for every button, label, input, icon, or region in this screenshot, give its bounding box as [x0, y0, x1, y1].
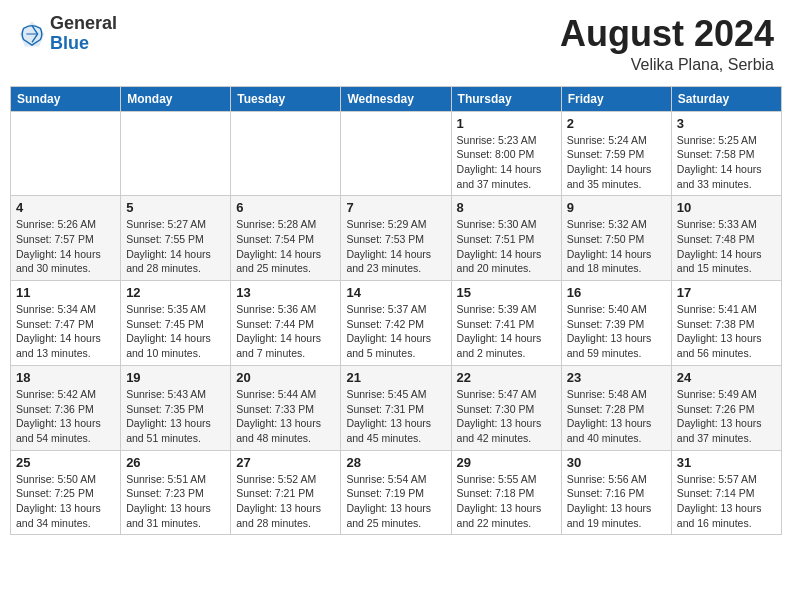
logo: General Blue — [18, 14, 117, 54]
calendar-table: SundayMondayTuesdayWednesdayThursdayFrid… — [10, 86, 782, 536]
day-info: Sunrise: 5:32 AM Sunset: 7:50 PM Dayligh… — [567, 217, 666, 276]
col-header-monday: Monday — [121, 86, 231, 111]
day-number: 3 — [677, 116, 776, 131]
calendar-cell: 4Sunrise: 5:26 AM Sunset: 7:57 PM Daylig… — [11, 196, 121, 281]
day-info: Sunrise: 5:27 AM Sunset: 7:55 PM Dayligh… — [126, 217, 225, 276]
calendar-cell — [231, 111, 341, 196]
col-header-friday: Friday — [561, 86, 671, 111]
day-number: 23 — [567, 370, 666, 385]
day-number: 7 — [346, 200, 445, 215]
logo-blue: Blue — [50, 33, 89, 53]
day-info: Sunrise: 5:50 AM Sunset: 7:25 PM Dayligh… — [16, 472, 115, 531]
day-info: Sunrise: 5:52 AM Sunset: 7:21 PM Dayligh… — [236, 472, 335, 531]
day-info: Sunrise: 5:54 AM Sunset: 7:19 PM Dayligh… — [346, 472, 445, 531]
day-number: 13 — [236, 285, 335, 300]
day-info: Sunrise: 5:41 AM Sunset: 7:38 PM Dayligh… — [677, 302, 776, 361]
calendar-cell: 24Sunrise: 5:49 AM Sunset: 7:26 PM Dayli… — [671, 365, 781, 450]
day-info: Sunrise: 5:29 AM Sunset: 7:53 PM Dayligh… — [346, 217, 445, 276]
calendar-cell: 27Sunrise: 5:52 AM Sunset: 7:21 PM Dayli… — [231, 450, 341, 535]
day-info: Sunrise: 5:51 AM Sunset: 7:23 PM Dayligh… — [126, 472, 225, 531]
day-number: 15 — [457, 285, 556, 300]
day-number: 10 — [677, 200, 776, 215]
calendar-cell: 14Sunrise: 5:37 AM Sunset: 7:42 PM Dayli… — [341, 281, 451, 366]
calendar-cell: 25Sunrise: 5:50 AM Sunset: 7:25 PM Dayli… — [11, 450, 121, 535]
day-number: 19 — [126, 370, 225, 385]
calendar-cell: 18Sunrise: 5:42 AM Sunset: 7:36 PM Dayli… — [11, 365, 121, 450]
day-info: Sunrise: 5:45 AM Sunset: 7:31 PM Dayligh… — [346, 387, 445, 446]
calendar-cell: 2Sunrise: 5:24 AM Sunset: 7:59 PM Daylig… — [561, 111, 671, 196]
day-info: Sunrise: 5:39 AM Sunset: 7:41 PM Dayligh… — [457, 302, 556, 361]
calendar-cell: 9Sunrise: 5:32 AM Sunset: 7:50 PM Daylig… — [561, 196, 671, 281]
calendar-cell: 1Sunrise: 5:23 AM Sunset: 8:00 PM Daylig… — [451, 111, 561, 196]
calendar-week-row: 25Sunrise: 5:50 AM Sunset: 7:25 PM Dayli… — [11, 450, 782, 535]
calendar-cell: 28Sunrise: 5:54 AM Sunset: 7:19 PM Dayli… — [341, 450, 451, 535]
day-number: 20 — [236, 370, 335, 385]
logo-general: General — [50, 13, 117, 33]
day-info: Sunrise: 5:33 AM Sunset: 7:48 PM Dayligh… — [677, 217, 776, 276]
day-info: Sunrise: 5:26 AM Sunset: 7:57 PM Dayligh… — [16, 217, 115, 276]
day-number: 1 — [457, 116, 556, 131]
col-header-wednesday: Wednesday — [341, 86, 451, 111]
logo-icon — [18, 20, 46, 48]
calendar-cell — [11, 111, 121, 196]
day-info: Sunrise: 5:37 AM Sunset: 7:42 PM Dayligh… — [346, 302, 445, 361]
month-title: August 2024 — [560, 14, 774, 54]
calendar-cell: 20Sunrise: 5:44 AM Sunset: 7:33 PM Dayli… — [231, 365, 341, 450]
day-info: Sunrise: 5:34 AM Sunset: 7:47 PM Dayligh… — [16, 302, 115, 361]
calendar-cell: 7Sunrise: 5:29 AM Sunset: 7:53 PM Daylig… — [341, 196, 451, 281]
calendar-header-row: SundayMondayTuesdayWednesdayThursdayFrid… — [11, 86, 782, 111]
calendar-cell: 21Sunrise: 5:45 AM Sunset: 7:31 PM Dayli… — [341, 365, 451, 450]
day-number: 29 — [457, 455, 556, 470]
title-block: August 2024 Velika Plana, Serbia — [560, 14, 774, 74]
day-number: 12 — [126, 285, 225, 300]
day-number: 16 — [567, 285, 666, 300]
day-info: Sunrise: 5:42 AM Sunset: 7:36 PM Dayligh… — [16, 387, 115, 446]
calendar-cell: 19Sunrise: 5:43 AM Sunset: 7:35 PM Dayli… — [121, 365, 231, 450]
day-number: 27 — [236, 455, 335, 470]
day-number: 8 — [457, 200, 556, 215]
day-info: Sunrise: 5:25 AM Sunset: 7:58 PM Dayligh… — [677, 133, 776, 192]
header: General Blue August 2024 Velika Plana, S… — [10, 10, 782, 78]
calendar-cell: 22Sunrise: 5:47 AM Sunset: 7:30 PM Dayli… — [451, 365, 561, 450]
day-info: Sunrise: 5:49 AM Sunset: 7:26 PM Dayligh… — [677, 387, 776, 446]
day-number: 24 — [677, 370, 776, 385]
day-info: Sunrise: 5:24 AM Sunset: 7:59 PM Dayligh… — [567, 133, 666, 192]
day-info: Sunrise: 5:47 AM Sunset: 7:30 PM Dayligh… — [457, 387, 556, 446]
day-number: 14 — [346, 285, 445, 300]
calendar-cell: 6Sunrise: 5:28 AM Sunset: 7:54 PM Daylig… — [231, 196, 341, 281]
calendar-cell: 13Sunrise: 5:36 AM Sunset: 7:44 PM Dayli… — [231, 281, 341, 366]
day-number: 26 — [126, 455, 225, 470]
calendar-cell: 29Sunrise: 5:55 AM Sunset: 7:18 PM Dayli… — [451, 450, 561, 535]
day-number: 31 — [677, 455, 776, 470]
calendar-cell: 26Sunrise: 5:51 AM Sunset: 7:23 PM Dayli… — [121, 450, 231, 535]
calendar-week-row: 18Sunrise: 5:42 AM Sunset: 7:36 PM Dayli… — [11, 365, 782, 450]
day-number: 17 — [677, 285, 776, 300]
day-number: 18 — [16, 370, 115, 385]
calendar-cell: 10Sunrise: 5:33 AM Sunset: 7:48 PM Dayli… — [671, 196, 781, 281]
day-number: 4 — [16, 200, 115, 215]
day-number: 30 — [567, 455, 666, 470]
day-number: 21 — [346, 370, 445, 385]
col-header-thursday: Thursday — [451, 86, 561, 111]
calendar-cell: 16Sunrise: 5:40 AM Sunset: 7:39 PM Dayli… — [561, 281, 671, 366]
calendar-cell: 31Sunrise: 5:57 AM Sunset: 7:14 PM Dayli… — [671, 450, 781, 535]
day-number: 25 — [16, 455, 115, 470]
day-info: Sunrise: 5:23 AM Sunset: 8:00 PM Dayligh… — [457, 133, 556, 192]
day-number: 5 — [126, 200, 225, 215]
calendar-cell: 12Sunrise: 5:35 AM Sunset: 7:45 PM Dayli… — [121, 281, 231, 366]
day-number: 2 — [567, 116, 666, 131]
day-number: 11 — [16, 285, 115, 300]
calendar-week-row: 4Sunrise: 5:26 AM Sunset: 7:57 PM Daylig… — [11, 196, 782, 281]
day-info: Sunrise: 5:35 AM Sunset: 7:45 PM Dayligh… — [126, 302, 225, 361]
day-info: Sunrise: 5:48 AM Sunset: 7:28 PM Dayligh… — [567, 387, 666, 446]
calendar-cell — [341, 111, 451, 196]
calendar-cell: 23Sunrise: 5:48 AM Sunset: 7:28 PM Dayli… — [561, 365, 671, 450]
calendar-cell — [121, 111, 231, 196]
day-info: Sunrise: 5:30 AM Sunset: 7:51 PM Dayligh… — [457, 217, 556, 276]
calendar-cell: 5Sunrise: 5:27 AM Sunset: 7:55 PM Daylig… — [121, 196, 231, 281]
col-header-tuesday: Tuesday — [231, 86, 341, 111]
day-number: 22 — [457, 370, 556, 385]
day-info: Sunrise: 5:44 AM Sunset: 7:33 PM Dayligh… — [236, 387, 335, 446]
logo-text: General Blue — [50, 14, 117, 54]
day-info: Sunrise: 5:43 AM Sunset: 7:35 PM Dayligh… — [126, 387, 225, 446]
